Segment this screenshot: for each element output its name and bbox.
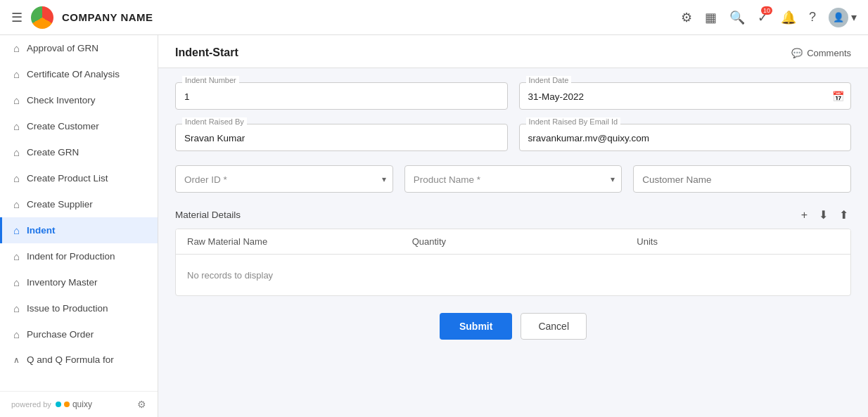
comments-label: Comments [807,48,851,58]
company-logo [31,6,53,29]
indent-date-input[interactable] [519,82,852,110]
sidebar-item-indent[interactable]: ⌂ Indent [0,217,158,243]
cancel-button[interactable]: Cancel [521,313,587,340]
form-actions: Submit Cancel [175,302,851,351]
header-left: ☰ COMPANY NAME [11,6,153,29]
page-header: Indent-Start 💬 Comments [158,35,868,68]
col-quantity: Quantity [401,229,626,254]
settings-icon[interactable]: ⚙ [681,10,692,25]
quixy-dot-orange [64,402,70,407]
sidebar-label-indent: Indent [27,225,56,236]
search-icon[interactable]: 🔍 [729,10,745,25]
col-raw-material-name: Raw Material Name [176,229,401,254]
indent-email-input[interactable] [519,124,852,151]
sidebar-icon-create-grn: ⌂ [13,146,20,158]
tasks-badge: 10 [761,6,772,15]
sidebar-label-q-and-q-formula: Q and Q Formula for [27,354,114,365]
table-header: Raw Material Name Quantity Units [176,229,850,255]
layout: ⌂ Approval of GRN ⌂ Certificate Of Analy… [0,35,868,417]
no-records-text: No records to display [187,270,273,281]
product-name-select[interactable]: Product Name * [404,165,623,193]
sidebar-icon-create-customer: ⌂ [13,120,20,132]
sidebar-item-q-and-q-formula[interactable]: ∧ Q and Q Formula for [0,347,158,372]
add-row-button[interactable]: + [798,207,810,223]
sidebar-label-certificate-analysis: Certificate Of Analysis [27,69,120,79]
table-body: No records to display [176,255,850,295]
sidebar-label-create-grn: Create GRN [27,147,79,158]
comments-icon: 💬 [791,48,803,58]
sidebar-label-purchase-order: Purchase Order [27,329,94,340]
bell-icon[interactable]: 🔔 [781,10,796,25]
header-right: ⚙ ▦ 🔍 ✓ 10 🔔 ? 👤 ▾ [681,8,857,27]
sidebar-item-create-product-list[interactable]: ⌂ Create Product List [0,165,158,191]
grid-icon[interactable]: ▦ [705,10,717,25]
menu-icon[interactable]: ☰ [11,10,23,25]
sidebar-label-create-product-list: Create Product List [27,173,108,184]
sidebar-icon-create-product-list: ⌂ [13,172,20,184]
sidebar-item-check-inventory[interactable]: ⌂ Check Inventory [0,87,158,113]
sidebar-icon-indent-production: ⌂ [13,250,20,262]
sidebar-icon-check-inventory: ⌂ [13,94,20,106]
sidebar-item-indent-production[interactable]: ⌂ Indent for Production [0,243,158,269]
calendar-icon[interactable]: 📅 [832,91,844,102]
sidebar-label-check-inventory: Check Inventory [27,95,96,105]
indent-date-label: Indent Date [526,76,572,84]
sidebar-icon-inventory-master: ⌂ [13,276,20,288]
sidebar-item-inventory-master[interactable]: ⌂ Inventory Master [0,269,158,295]
sidebar-item-create-customer[interactable]: ⌂ Create Customer [0,113,158,139]
sidebar-icon-issue-production: ⌂ [13,302,20,314]
help-icon[interactable]: ? [809,10,816,25]
main-content: Indent-Start 💬 Comments Indent Number In… [158,35,868,417]
sidebar-label-create-supplier: Create Supplier [27,199,93,210]
export-button[interactable]: ⬆ [836,207,851,223]
sidebar-icon-create-supplier: ⌂ [13,198,20,210]
user-menu[interactable]: 👤 ▾ [829,8,857,27]
indent-number-input[interactable] [175,82,508,110]
form-row-2: Indent Raised By Indent Raised By Email … [175,124,851,151]
sidebar-icon-certificate-analysis: ⌂ [13,68,20,80]
order-id-select[interactable]: Order ID * [175,165,393,193]
form-row-1: Indent Number Indent Date 📅 [175,82,851,110]
form-area: Indent Number Indent Date 📅 Indent Raise… [158,68,868,365]
sidebar-item-create-grn[interactable]: ⌂ Create GRN [0,139,158,165]
form-row-3: Order ID * ▾ Product Name * ▾ [175,165,851,193]
indent-date-field: Indent Date 📅 [519,82,852,110]
user-chevron-icon: ▾ [851,11,857,24]
sidebar-item-issue-production[interactable]: ⌂ Issue to Production [0,295,158,321]
sidebar-icon-purchase-order: ⌂ [13,328,20,340]
sidebar-item-create-supplier[interactable]: ⌂ Create Supplier [0,191,158,217]
sidebar-label-approval-grn: Approval of GRN [27,43,98,53]
sidebar-label-issue-production: Issue to Production [27,303,108,314]
sidebar-item-approval-grn[interactable]: ⌂ Approval of GRN [0,35,158,61]
comments-button[interactable]: 💬 Comments [791,48,851,58]
col-units: Units [625,229,850,254]
download-button[interactable]: ⬇ [816,207,831,223]
indent-number-label: Indent Number [182,76,239,84]
powered-by-text: powered by [11,400,51,409]
submit-button[interactable]: Submit [440,313,512,340]
material-details-table: Raw Material Name Quantity Units No reco… [175,229,851,296]
quixy-logo: quixy [56,399,92,409]
indent-number-field: Indent Number [175,82,508,110]
sidebar-footer-gear-icon[interactable]: ⚙ [137,399,146,410]
sidebar-icon-q-and-q-formula: ∧ [13,355,20,365]
tasks-icon[interactable]: ✓ 10 [758,10,768,25]
quixy-dot-cyan [56,402,61,407]
sidebar-icon-indent: ⌂ [13,224,20,236]
indent-raised-by-input[interactable] [175,124,508,151]
top-header: ☰ COMPANY NAME ⚙ ▦ 🔍 ✓ 10 🔔 ? 👤 ▾ [0,0,868,35]
customer-name-field [633,165,851,193]
customer-name-input[interactable] [633,165,851,193]
indent-raised-by-label: Indent Raised By [182,117,247,126]
sidebar-footer: powered by quixy ⚙ [0,391,158,417]
sidebar-icon-approval-grn: ⌂ [13,42,20,54]
sidebar-label-create-customer: Create Customer [27,121,99,131]
indent-email-label: Indent Raised By Email Id [526,117,621,126]
sidebar-item-certificate-analysis[interactable]: ⌂ Certificate Of Analysis [0,61,158,87]
sidebar-label-inventory-master: Inventory Master [27,277,98,288]
sidebar: ⌂ Approval of GRN ⌂ Certificate Of Analy… [0,35,158,417]
page-title: Indent-Start [175,46,238,59]
sidebar-item-purchase-order[interactable]: ⌂ Purchase Order [0,321,158,347]
material-details-section-header: Material Details + ⬇ ⬆ [175,207,851,229]
company-name: COMPANY NAME [62,11,153,23]
